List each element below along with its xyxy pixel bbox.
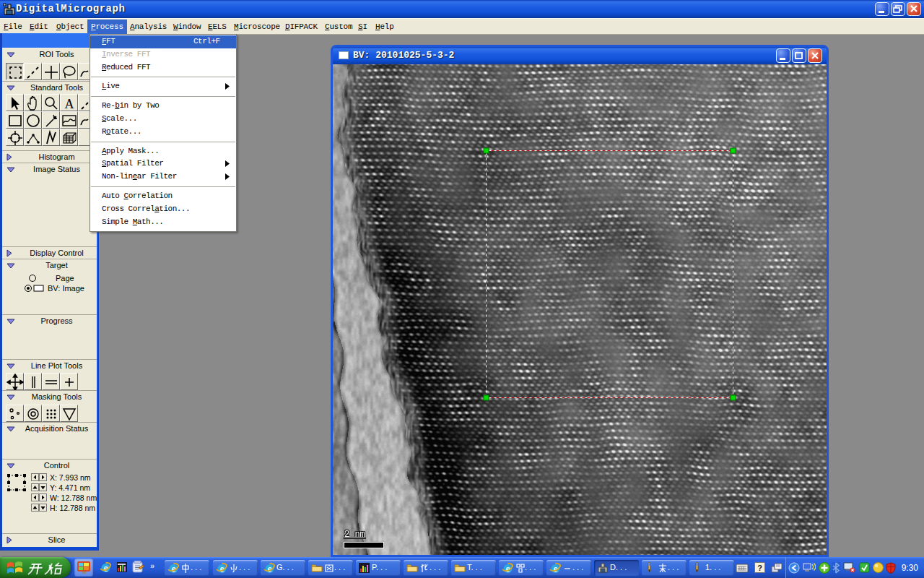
svg-text:e: e (505, 564, 510, 574)
svg-text:A: A (65, 97, 74, 111)
svg-text:Page: Page (56, 274, 74, 282)
svg-text:e: e (103, 563, 108, 573)
svg-text:e: e (267, 564, 271, 574)
svg-text:BV: Image: BV: Image (48, 284, 84, 293)
svg-text:e: e (171, 564, 175, 574)
svg-text:e: e (219, 564, 224, 574)
svg-text:e: e (553, 564, 557, 574)
